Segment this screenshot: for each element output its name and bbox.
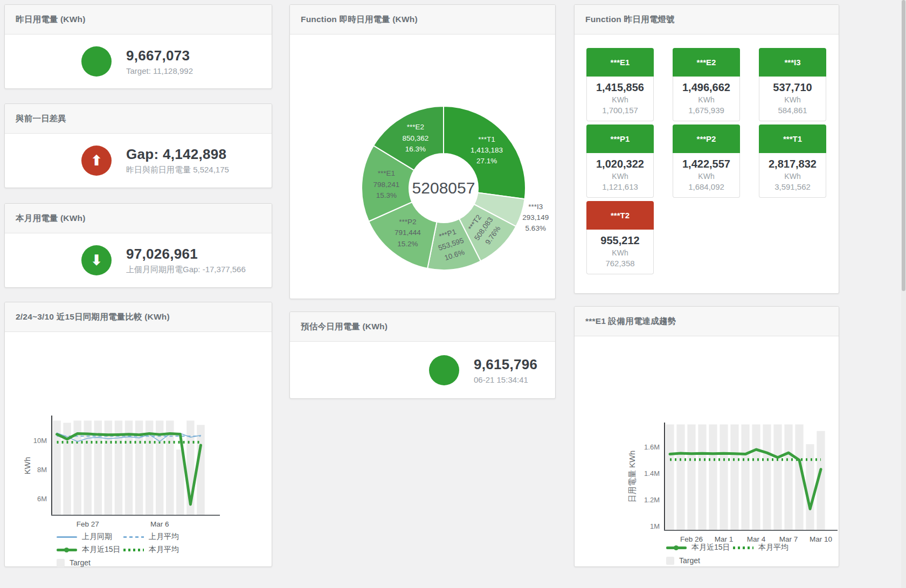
tile-unit: KWh xyxy=(587,248,653,257)
tile-header: ***T1 xyxy=(759,124,826,153)
panel-yesterday-lights: Function 昨日用電燈號 ***E11,415,856KWh1,700,1… xyxy=(574,4,839,294)
panel-estimate-today: 預估今日用電量 (KWh) 9,615,796 06-21 15:34:41 xyxy=(289,312,556,399)
panel-15day-compare-chart: 2/24~3/10 近15日同期用電量比較 (KWh) 6M8M10MKWhFe… xyxy=(4,302,272,567)
panel-realtime-donut: Function 即時日用電量 (KWh) ***T11,413,18327.1… xyxy=(289,4,556,299)
target-bar xyxy=(666,424,674,530)
y-tick-label: 6M xyxy=(37,495,47,503)
tile-header: ***P2 xyxy=(673,124,740,153)
legend-item-上月同期[interactable]: 上月同期 xyxy=(57,532,123,542)
y-tick-label: 1M xyxy=(650,522,660,530)
legend-label: 上月平均 xyxy=(149,532,179,542)
tile-value: 1,422,557 xyxy=(673,158,739,170)
light-tile-***P1: ***P11,020,322KWh1,121,613 xyxy=(586,124,654,198)
legend-swatch-square xyxy=(666,557,674,565)
scrollbar-thumb[interactable] xyxy=(902,0,905,291)
panel-title: ***E1 設備用電達成趨勢 xyxy=(575,307,839,336)
status-circle-green xyxy=(429,355,459,385)
x-tick-label: Mar 10 xyxy=(810,535,832,543)
tile-target: 1,700,157 xyxy=(587,106,653,115)
yesterday-usage-target: Target: 11,128,992 xyxy=(126,66,193,75)
y-tick-label: 1.4M xyxy=(644,469,660,478)
trend-chart-legend: 本月近15日本月平均Target xyxy=(666,541,800,567)
panel-gap-prev-day: 與前一日差異 ⬆ Gap: 4,142,898 昨日與前日用電量 5,524,1… xyxy=(4,103,272,188)
tile-unit: KWh xyxy=(587,95,653,104)
month-usage-value: 97,026,961 xyxy=(126,246,246,262)
status-circle-red: ⬆ xyxy=(81,146,112,176)
tile-unit: KWh xyxy=(587,172,653,181)
tile-unit: KWh xyxy=(673,172,739,181)
target-bar xyxy=(763,424,771,530)
legend-swatch-square xyxy=(57,559,65,567)
target-bar xyxy=(698,424,706,530)
tile-header: ***E2 xyxy=(673,48,740,77)
tile-header: ***I3 xyxy=(759,48,826,77)
tile-header: ***P1 xyxy=(586,124,654,153)
legend-item-Target[interactable]: Target xyxy=(57,558,123,567)
legend-label: Target xyxy=(679,556,700,565)
panel-title: Function 昨日用電燈號 xyxy=(575,5,839,34)
target-bar xyxy=(676,424,684,530)
down-arrow-icon: ⬇ xyxy=(91,252,103,269)
target-bar xyxy=(687,424,695,530)
light-tile-***E1: ***E11,415,856KWh1,700,157 xyxy=(586,48,654,121)
tile-value: 2,817,832 xyxy=(759,158,826,170)
legend-swatch-dots xyxy=(733,547,753,549)
tile-target: 584,861 xyxy=(759,106,826,115)
tile-header: ***T2 xyxy=(586,201,654,230)
target-bar xyxy=(730,424,738,530)
compare-chart-legend: 上月同期上月平均本月近15日本月平均Target xyxy=(57,530,190,569)
tile-value: 1,496,662 xyxy=(673,81,739,94)
status-circle-green: ⬇ xyxy=(81,245,112,275)
legend-swatch-line-thick xyxy=(57,549,77,551)
panel-title: 昨日用電量 (KWh) xyxy=(5,5,272,34)
tile-value: 1,415,856 xyxy=(587,81,653,94)
legend-item-Target[interactable]: Target xyxy=(666,556,733,565)
tile-target: 762,358 xyxy=(587,259,653,268)
target-bar xyxy=(752,424,760,530)
estimate-timestamp: 06-21 15:34:41 xyxy=(474,375,537,384)
light-tile-***T1: ***T12,817,832KWh3,591,562 xyxy=(759,124,826,198)
legend-item-本月平均[interactable]: 本月平均 xyxy=(123,545,190,555)
y-tick-label: 8M xyxy=(37,466,47,474)
tile-value: 537,710 xyxy=(759,81,826,94)
tile-value: 1,020,322 xyxy=(587,158,653,170)
y-tick-label: 1.2M xyxy=(644,496,660,504)
tile-unit: KWh xyxy=(759,172,826,181)
yesterday-usage-value: 9,667,073 xyxy=(126,47,193,64)
legend-label: 本月平均 xyxy=(149,545,179,555)
legend-item-本月近15日[interactable]: 本月近15日 xyxy=(57,545,123,555)
legend-swatch-line-thick xyxy=(666,547,687,549)
x-tick-label: Mar 6 xyxy=(150,520,169,528)
legend-item-本月近15日[interactable]: 本月近15日 xyxy=(666,543,733,552)
target-bar xyxy=(773,424,781,530)
gap-value: Gap: 4,142,898 xyxy=(126,146,229,163)
x-tick-label: Feb 27 xyxy=(77,520,99,528)
tile-value: 955,212 xyxy=(587,234,653,247)
panel-title: 與前一日差異 xyxy=(5,104,272,134)
panel-month-usage: 本月用電量 (KWh) ⬇ 97,026,961 上個月同期用電Gap: -17… xyxy=(4,203,272,288)
panel-e1-trend-chart: ***E1 設備用電達成趨勢 1M1.2M1.4M1.6M日用電量 KWhFeb… xyxy=(574,306,839,567)
panel-yesterday-usage: 昨日用電量 (KWh) 9,667,073 Target: 11,128,992 xyxy=(4,4,272,89)
light-tile-***E2: ***E21,496,662KWh1,675,939 xyxy=(673,48,740,121)
legend-item-本月平均[interactable]: 本月平均 xyxy=(733,543,800,552)
legend-swatch-dots xyxy=(123,549,144,551)
legend-item-上月平均[interactable]: 上月平均 xyxy=(123,532,190,542)
month-usage-gap: 上個月同期用電Gap: -17,377,566 xyxy=(126,265,246,275)
scrollbar[interactable] xyxy=(901,0,906,588)
target-bar xyxy=(720,424,728,530)
gap-subtitle: 昨日與前日用電量 5,524,175 xyxy=(126,165,229,175)
legend-label: 本月平均 xyxy=(758,543,789,552)
light-tile-***T2: ***T2955,212KWh762,358 xyxy=(586,201,654,274)
panel-title: 預估今日用電量 (KWh) xyxy=(290,312,555,342)
target-bar xyxy=(806,444,814,530)
status-circle-green xyxy=(81,46,112,77)
light-tile-***I3: ***I3537,710KWh584,861 xyxy=(759,48,826,121)
light-tile-***P2: ***P21,422,557KWh1,684,092 xyxy=(673,124,740,198)
legend-swatch-line-thin xyxy=(57,536,77,538)
y-axis-title: KWh xyxy=(23,457,32,475)
y-tick-label: 1.6M xyxy=(644,443,660,451)
legend-label: Target xyxy=(70,558,91,567)
target-bar xyxy=(197,425,204,515)
panel-title: 2/24~3/10 近15日同期用電量比較 (KWh) xyxy=(5,302,272,332)
tile-target: 1,684,092 xyxy=(673,182,739,191)
